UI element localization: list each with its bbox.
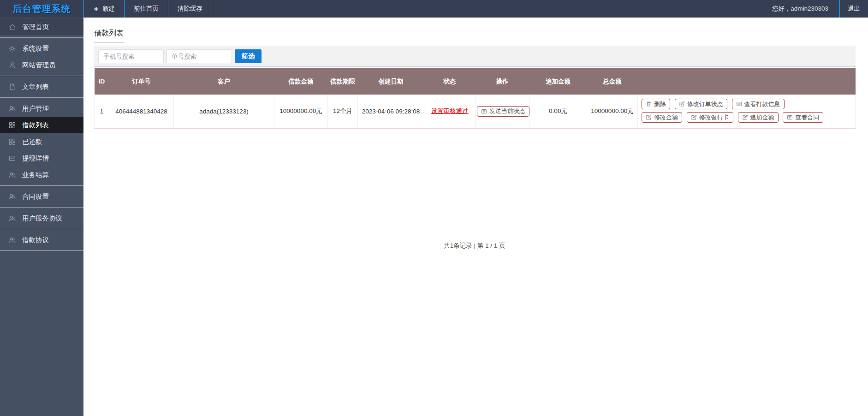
sidebar-item-loan-agreement[interactable]: 借款协议 [0,232,83,248]
view-payment-info-label: 查看打款信息 [744,100,780,108]
cell-total-amount: 10000000.00元 [587,95,638,128]
table-row: 1 406444881340428 adada(12333123) 100000… [95,95,856,128]
cell-extra-amount: 0.00元 [529,95,587,128]
filter-toolbar: 筛选 [94,46,856,67]
sidebar-item-label: 系统设置 [22,44,49,53]
sidebar-item-repaid[interactable]: 已还款 [0,133,83,150]
edit-bank-card-label: 修改银行卡 [699,113,729,122]
sidebar-item-label: 提现详情 [22,154,49,163]
column-header-loan-amount: 借款金额 [274,68,328,95]
logout-button[interactable]: 退出 [839,0,868,18]
users-icon [8,105,16,113]
sidebar-item-article-list[interactable]: 文章列表 [0,78,83,95]
list-icon [736,101,742,107]
sidebar-item-label: 文章列表 [22,83,49,91]
cell-loan-amount: 10000000.00元 [274,95,328,128]
home-icon [8,23,16,31]
status-link[interactable]: 设置审核通过 [431,107,469,114]
edit-order-status-label: 修改订单状态 [687,100,723,108]
user-greeting: 您好，admin230303 [761,0,839,18]
cell-status: 设置审核通过 [424,95,476,128]
column-header-id: ID [95,68,109,95]
view-payment-info-button[interactable]: 查看打款信息 [732,99,785,109]
sidebar-item-system-settings[interactable]: 系统设置 [0,40,83,57]
edit-bank-card-button[interactable]: 修改银行卡 [687,112,733,123]
column-header-order-no: 订单号 [109,68,174,95]
column-header-status: 状态 [424,68,476,95]
edit-order-status-button[interactable]: 修改订单状态 [675,99,727,109]
users-icon [8,171,16,179]
grid-icon [8,121,16,129]
add-amount-button[interactable]: 追加金额 [738,112,779,123]
box-icon [8,155,16,162]
users-icon [8,214,16,222]
edit-icon [691,114,697,120]
column-header-extra-amount: 追加金额 [529,68,587,95]
topnav-front-page-button[interactable]: 前往首页 [124,0,168,18]
delete-label: 删除 [654,100,666,108]
cell-created-at: 2023-04-06 09:28:08 [358,95,424,128]
filter-button[interactable]: 筛选 [235,49,262,63]
sidebar-item-admin-home[interactable]: 管理首页 [0,18,83,35]
cell-order-no: 406444881340428 [109,95,174,128]
table-header-row: ID 订单号 客户 借款金额 借款期限 创建日期 状态 操作 追加金额 总金额 [95,68,856,95]
pagination: 共1条记录 | 第 1 / 1 页 [94,242,855,250]
send-current-status-label: 发送当前状态 [489,107,525,115]
sidebar-item-contract-settings[interactable]: 合同设置 [0,188,83,205]
edit-icon [646,114,652,120]
topnav-new-label: 新建 [102,5,115,13]
list-icon [481,108,487,114]
sidebar-item-site-admins[interactable]: 网站管理员 [0,57,83,73]
view-contract-label: 查看合同 [795,113,819,122]
cell-customer: adada(12333123) [174,95,274,128]
column-header-created-at: 创建日期 [358,68,424,95]
sidebar-item-loan-list[interactable]: 借款列表 [0,117,83,133]
sidebar-item-business-settlement[interactable]: 业务结算 [0,166,83,183]
edit-icon [742,114,748,120]
sidebar-item-user-management[interactable]: 用户管理 [0,100,83,117]
sidebar-divider [0,229,83,229]
edit-icon [679,101,685,107]
users-icon [8,236,16,244]
list-icon [787,114,793,120]
sidebar-divider [0,37,83,38]
users-icon [8,193,16,201]
order-search-input[interactable] [166,49,232,63]
cell-id: 1 [95,95,109,128]
add-amount-label: 追加金额 [750,113,774,122]
sidebar-item-withdrawal-details[interactable]: 提现详情 [0,150,83,166]
view-contract-button[interactable]: 查看合同 [783,112,823,123]
topnav: 新建 前往首页 清除缓存 [83,0,212,18]
sidebar-item-label: 网站管理员 [22,61,56,70]
trash-icon [646,101,652,107]
sidebar-item-label: 管理首页 [22,23,49,31]
page-title: 借款列表 [94,29,124,43]
loan-table: ID 订单号 客户 借款金额 借款期限 创建日期 状态 操作 追加金额 总金额 … [94,68,856,129]
sidebar-divider [0,250,83,251]
column-header-total-amount: 总金额 [587,68,638,95]
column-header-operation: 操作 [476,68,529,95]
action-line-1: 删除 修改订单状态 查看打款信息 [640,98,853,111]
sidebar-divider [0,76,83,76]
sidebar-divider [0,97,83,98]
sidebar-divider [0,207,83,208]
sidebar-item-label: 已还款 [22,137,42,146]
topnav-clear-cache-button[interactable]: 清除缓存 [168,0,212,18]
sidebar-item-user-service-agreement[interactable]: 用户服务协议 [0,210,83,226]
cell-operation: 发送当前状态 [476,95,529,128]
gear-icon [8,45,16,53]
send-current-status-button[interactable]: 发送当前状态 [477,106,529,117]
app-logo: 后台管理系统 [0,0,83,18]
sidebar-item-label: 借款协议 [22,236,49,244]
document-icon [8,83,16,91]
topnav-new-button[interactable]: 新建 [83,0,124,18]
phone-search-input[interactable] [98,49,164,63]
edit-amount-label: 修改金额 [654,113,678,122]
action-line-2: 修改金额 修改银行卡 追加金额 [640,111,853,125]
edit-amount-button[interactable]: 修改金额 [642,112,682,123]
grid-icon [8,138,16,146]
delete-button[interactable]: 删除 [642,99,670,109]
column-header-loan-term: 借款期限 [328,68,358,95]
sidebar-item-label: 用户管理 [22,104,49,113]
column-header-actions [638,68,856,95]
